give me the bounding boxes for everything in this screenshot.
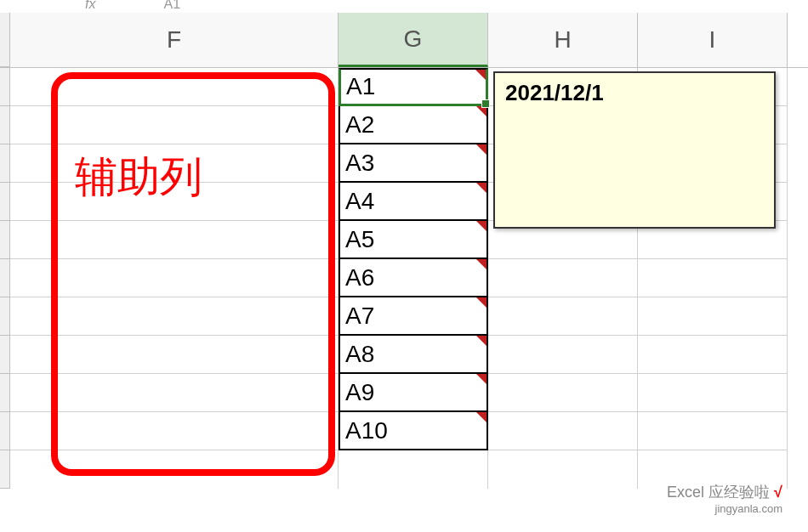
- cell-value: A3: [345, 150, 374, 177]
- check-icon: √: [774, 484, 782, 501]
- cell-F[interactable]: [10, 183, 339, 221]
- comment-indicator-icon[interactable]: [476, 374, 487, 384]
- row-header[interactable]: [0, 336, 10, 374]
- cell-value: A8: [345, 341, 374, 368]
- row-header[interactable]: [0, 374, 10, 412]
- cell-I[interactable]: [638, 297, 788, 336]
- column-headers: F G H I: [0, 13, 808, 68]
- cell-value: A2: [345, 111, 374, 139]
- cell-I[interactable]: [638, 412, 788, 450]
- column-header-I[interactable]: I: [638, 13, 788, 67]
- cell-value: A1: [346, 73, 375, 100]
- cell-F[interactable]: [10, 144, 339, 183]
- comment-indicator-icon[interactable]: [476, 297, 487, 308]
- fx-icon[interactable]: fx: [85, 0, 95, 12]
- table-row: A10: [0, 412, 808, 450]
- cell-value: A7: [345, 303, 374, 330]
- cell-F[interactable]: [10, 297, 339, 336]
- cell-value: A6: [345, 264, 374, 291]
- cell-H[interactable]: [488, 336, 638, 374]
- table-row: A6: [0, 259, 808, 297]
- row-header[interactable]: [0, 412, 10, 450]
- cell-G[interactable]: A3: [339, 144, 488, 183]
- comment-indicator-icon[interactable]: [476, 412, 487, 422]
- cell-F[interactable]: [10, 221, 339, 259]
- table-row: A9: [0, 374, 808, 412]
- row-header[interactable]: [0, 450, 10, 489]
- comment-indicator-icon[interactable]: [475, 70, 486, 80]
- cell-F[interactable]: [10, 259, 339, 297]
- row-header[interactable]: [0, 68, 10, 106]
- column-header-H[interactable]: H: [488, 13, 638, 67]
- table-row: A7: [0, 297, 808, 336]
- formula-value: A1: [163, 0, 180, 12]
- cell-I[interactable]: [638, 336, 788, 374]
- cell-I[interactable]: [638, 374, 788, 412]
- cell-value: A10: [345, 417, 388, 444]
- watermark: Excel 应经验啦 √ jingyanla.com: [667, 482, 782, 515]
- cell-F[interactable]: [10, 68, 339, 106]
- cell-G[interactable]: A2: [339, 106, 488, 144]
- cell-G[interactable]: A5: [339, 221, 488, 259]
- row-header[interactable]: [0, 297, 10, 336]
- cell-value: A4: [345, 188, 374, 215]
- table-row: A8: [0, 336, 808, 374]
- comment-indicator-icon[interactable]: [476, 221, 487, 231]
- cell-G[interactable]: A6: [339, 259, 488, 297]
- row-header[interactable]: [0, 259, 10, 297]
- cell-F[interactable]: [10, 106, 339, 144]
- comment-text: 2021/12/1: [505, 80, 604, 105]
- comment-indicator-icon[interactable]: [476, 183, 487, 193]
- cell-G[interactable]: [339, 450, 488, 489]
- cell-G[interactable]: A7: [339, 297, 488, 336]
- formula-bar: fx A1: [0, 0, 808, 13]
- cell-H[interactable]: [488, 297, 638, 336]
- cell-F[interactable]: [10, 412, 339, 450]
- cell-I[interactable]: [638, 259, 788, 297]
- row-header[interactable]: [0, 221, 10, 259]
- column-header-G[interactable]: G: [339, 13, 488, 67]
- select-all-corner[interactable]: [0, 13, 10, 67]
- cell-value: A5: [345, 226, 374, 253]
- row-header[interactable]: [0, 106, 10, 144]
- cell-G[interactable]: A4: [339, 183, 488, 221]
- comment-tooltip: 2021/12/1: [493, 71, 776, 229]
- row-header[interactable]: [0, 183, 10, 221]
- comment-indicator-icon[interactable]: [476, 259, 487, 269]
- watermark-sub: jingyanla.com: [667, 502, 782, 515]
- cell-F[interactable]: [10, 450, 339, 489]
- watermark-main: Excel 应经验啦: [667, 484, 770, 501]
- comment-indicator-icon[interactable]: [476, 336, 487, 346]
- cell-G[interactable]: A8: [339, 336, 488, 374]
- row-header[interactable]: [0, 144, 10, 183]
- cell-G[interactable]: A9: [339, 374, 488, 412]
- comment-indicator-icon[interactable]: [476, 144, 487, 155]
- column-header-F[interactable]: F: [10, 13, 339, 67]
- cell-G[interactable]: A10: [339, 412, 488, 450]
- cell-value: A9: [345, 379, 374, 406]
- cell-G[interactable]: A1: [339, 68, 488, 106]
- cell-H[interactable]: [488, 374, 638, 412]
- cell-H[interactable]: [488, 259, 638, 297]
- cell-H[interactable]: [488, 412, 638, 450]
- cell-H[interactable]: [488, 450, 638, 489]
- cell-F[interactable]: [10, 374, 339, 412]
- cell-F[interactable]: [10, 336, 339, 374]
